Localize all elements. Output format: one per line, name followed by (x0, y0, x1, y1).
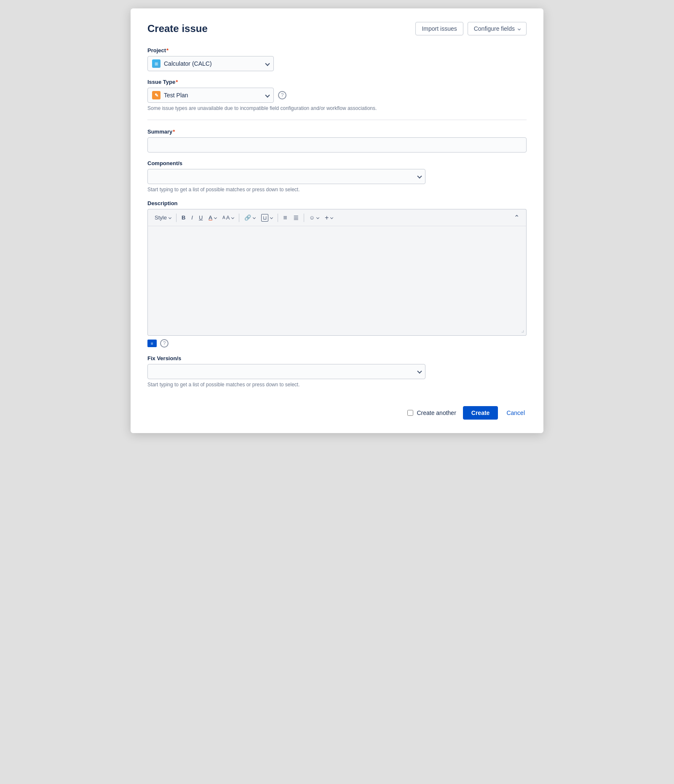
underline-button[interactable]: U (196, 213, 205, 222)
ordered-list-button[interactable]: ≡ (281, 212, 289, 223)
fix-version-select[interactable] (147, 364, 425, 379)
component-select-wrapper (147, 169, 425, 184)
create-button[interactable]: Create (463, 406, 498, 420)
issue-type-value: Test Plan (164, 92, 262, 99)
summary-label: Summary* (147, 128, 527, 135)
issue-type-select[interactable]: ✎ Test Plan (147, 88, 274, 103)
editor-toolbar: Style B I U A AA 🔗 (147, 209, 527, 226)
resize-handle[interactable]: ⌟ (521, 326, 524, 334)
project-label: Project* (147, 47, 527, 54)
link-button[interactable]: 🔗 (242, 213, 258, 222)
component-field: Component/s Start typing to get a list o… (147, 160, 527, 193)
cancel-button[interactable]: Cancel (505, 406, 527, 420)
description-field: Description Style B I U A AA (147, 200, 527, 348)
toolbar-separator (278, 214, 278, 222)
chevron-down-icon (265, 93, 270, 97)
fix-version-label: Fix Version/s (147, 355, 527, 361)
header-actions: Import issues Configure fields (415, 22, 527, 35)
create-issue-modal: Create issue Import issues Configure fie… (131, 8, 543, 433)
chevron-down-icon (253, 216, 256, 219)
modal-title: Create issue (147, 23, 208, 35)
style-dropdown-button[interactable]: Style (152, 213, 174, 222)
help-icon[interactable]: ? (160, 339, 168, 348)
issue-type-info: Some issue types are unavailable due to … (147, 105, 527, 111)
component-label: Component/s (147, 160, 527, 166)
toolbar-separator (176, 214, 177, 222)
issue-type-row: ✎ Test Plan ? (147, 88, 527, 103)
fix-version-select-wrapper (147, 364, 425, 379)
import-issues-button[interactable]: Import issues (415, 22, 463, 35)
summary-field: Summary* (147, 128, 527, 153)
issue-type-label: Issue Type* (147, 79, 527, 85)
chevron-down-icon (168, 216, 171, 219)
description-editor-body[interactable]: ⌟ (147, 226, 527, 336)
test-plan-icon: ✎ (152, 91, 160, 99)
component-hint: Start typing to get a list of possible m… (147, 187, 527, 193)
chevron-down-icon (265, 61, 270, 66)
issue-type-field: Issue Type* ✎ Test Plan ? Some issue typ… (147, 79, 527, 111)
summary-input[interactable] (147, 137, 527, 153)
editor-footer: ≡ ? (147, 339, 527, 348)
modal-header: Create issue Import issues Configure fie… (147, 22, 527, 35)
fix-version-field: Fix Version/s Start typing to get a list… (147, 355, 527, 388)
chevron-down-icon (214, 216, 217, 219)
text-color-button[interactable]: A (206, 213, 219, 222)
markdown-icon: ≡ (147, 340, 157, 347)
project-select[interactable]: Calculator (CALC) (147, 56, 274, 71)
component-select[interactable] (147, 169, 425, 184)
chevron-down-icon (518, 27, 521, 30)
fix-version-hint: Start typing to get a list of possible m… (147, 382, 527, 388)
chevron-down-icon (330, 216, 333, 219)
bold-button[interactable]: B (179, 213, 188, 222)
chevron-down-icon (270, 216, 273, 219)
collapse-toolbar-button[interactable]: ⌃ (511, 212, 522, 223)
help-icon[interactable]: ? (278, 91, 286, 99)
toolbar-separator (239, 214, 239, 222)
toolbar-separator (304, 214, 304, 222)
create-another-label: Create another (417, 409, 456, 416)
font-size-button[interactable]: AA (220, 213, 236, 222)
description-label: Description (147, 200, 527, 206)
chevron-down-icon (316, 216, 319, 219)
chevron-down-icon (231, 216, 234, 219)
insert-button[interactable]: + (322, 212, 335, 223)
unordered-list-button[interactable]: ≣ (291, 212, 301, 223)
attachment-button[interactable]: ⊔ (259, 212, 275, 223)
form-actions: Create another Create Cancel (147, 399, 527, 420)
project-value: Calculator (CALC) (164, 60, 262, 67)
emoji-button[interactable]: ☺ (307, 213, 321, 222)
divider (147, 120, 527, 120)
create-another-checkbox[interactable] (407, 410, 413, 416)
create-another-row: Create another (407, 409, 456, 416)
project-field: Project* Calculator (CALC) (147, 47, 527, 71)
configure-fields-button[interactable]: Configure fields (468, 22, 527, 35)
project-icon (152, 59, 160, 68)
italic-button[interactable]: I (189, 213, 195, 222)
